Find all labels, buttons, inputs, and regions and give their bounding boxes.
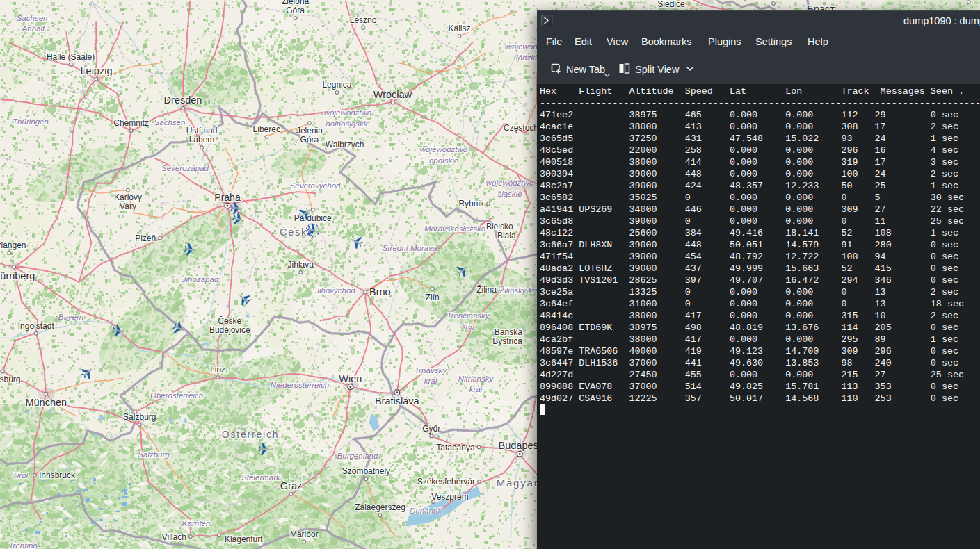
svg-text:Bielsko-: Bielsko- (486, 222, 516, 231)
svg-text:Leipzig: Leipzig (81, 65, 113, 76)
svg-text:Wien: Wien (339, 373, 362, 384)
svg-text:Szombathely: Szombathely (342, 466, 390, 476)
svg-text:Halle (Saale): Halle (Saale) (47, 52, 95, 62)
svg-text:dolnośląskie: dolnośląskie (326, 120, 369, 128)
svg-text:Wałbrzych: Wałbrzych (326, 140, 364, 149)
svg-text:Thüringen: Thüringen (13, 117, 49, 126)
svg-text:Győr: Győr (422, 424, 440, 434)
svg-text:Dunántúl: Dunántúl (410, 507, 442, 515)
svg-text:Oberösterreich: Oberösterreich (150, 391, 203, 400)
svg-text:Anhalt: Anhalt (22, 24, 45, 33)
svg-text:Trnavský: Trnavský (415, 366, 447, 375)
svg-text:Budapest: Budapest (499, 440, 541, 451)
svg-text:Trentino-: Trentino- (8, 541, 40, 549)
svg-text:Chemnitz: Chemnitz (113, 118, 149, 128)
svg-text:Nürnberg: Nürnberg (0, 270, 35, 281)
svg-text:Leszno: Leszno (350, 15, 377, 25)
svg-text:Bayern: Bayern (58, 313, 83, 321)
svg-text:kraj: kraj (462, 322, 475, 330)
svg-text:Labem: Labem (189, 135, 215, 145)
svg-text:Siedlce: Siedlce (657, 0, 685, 9)
svg-text:Vary: Vary (120, 202, 136, 211)
svg-text:Žilinský kra: Žilinský kra (499, 286, 540, 295)
svg-text:Žilina: Žilina (476, 284, 497, 295)
svg-text:śląskie: śląskie (497, 190, 522, 198)
svg-text:Moravskoslezsko: Moravskoslezsko (424, 224, 486, 233)
svg-text:Severozápad: Severozápad (161, 164, 209, 172)
svg-text:Tirol: Tirol (13, 471, 29, 480)
svg-text:Bratislava: Bratislava (375, 395, 420, 407)
svg-text:Zlín: Zlín (426, 293, 440, 302)
svg-text:Brno: Brno (369, 286, 391, 297)
svg-text:Ingolstadt: Ingolstadt (18, 321, 55, 331)
svg-text:Jihovýchod: Jihovýchod (314, 286, 355, 295)
svg-text:Jihlava: Jihlava (288, 260, 314, 270)
svg-text:Góra: Góra (286, 6, 305, 15)
svg-text:województwo: województwo (324, 108, 372, 117)
svg-text:Biała: Biała (497, 231, 516, 240)
svg-text:Plzeň: Plzeň (135, 233, 156, 243)
svg-text:Maribor: Maribor (290, 530, 319, 539)
svg-text:Banská: Banská (495, 327, 522, 337)
svg-text:Rybnik: Rybnik (458, 199, 485, 208)
svg-text:Veszprém: Veszprém (431, 492, 468, 502)
svg-text:Wrocław: Wrocław (373, 89, 412, 100)
svg-text:Sachsen-: Sachsen- (17, 14, 51, 22)
svg-text:Sachsen: Sachsen (154, 118, 186, 126)
svg-text:Střední Morava: Střední Morava (383, 244, 437, 252)
svg-text:opolskie: opolskie (429, 156, 458, 165)
svg-text:województwo: województwo (420, 145, 468, 154)
svg-text:Karlovy: Karlovy (114, 192, 142, 202)
svg-text:Jihozápad: Jihozápad (182, 275, 219, 284)
svg-text:München: München (25, 397, 67, 408)
svg-text:Nitriansky: Nitriansky (458, 375, 495, 383)
svg-text:Trenčiansky: Trenčiansky (447, 311, 490, 320)
svg-text:Augsburg: Augsburg (0, 375, 20, 384)
svg-text:Praha: Praha (214, 192, 241, 203)
svg-text:kraj: kraj (424, 377, 437, 385)
svg-text:Zalaegerszeg: Zalaegerszeg (355, 502, 405, 512)
svg-text:Österreich: Österreich (222, 428, 280, 440)
svg-text:Innsbruck: Innsbruck (39, 470, 76, 480)
svg-text:Villach: Villach (162, 532, 186, 542)
svg-text:Kärnten: Kärnten (182, 519, 210, 527)
svg-text:kraj: kraj (469, 385, 483, 393)
svg-text:województwo: województwo (486, 179, 534, 187)
svg-text:Niederösterreich: Niederösterreich (271, 381, 329, 389)
svg-text:Erlangen: Erlangen (0, 240, 26, 250)
svg-text:Steiermark: Steiermark (241, 473, 281, 482)
svg-text:Salzburg: Salzburg (138, 450, 170, 459)
svg-text:Salzburg: Salzburg (123, 412, 156, 422)
svg-text:Graz: Graz (280, 480, 302, 491)
svg-text:České: České (218, 316, 241, 326)
svg-text:Tatabánya: Tatabánya (436, 443, 475, 452)
svg-text:Legnica: Legnica (322, 80, 351, 90)
svg-text:Góra: Góra (300, 135, 319, 145)
svg-text:Burgenland: Burgenland (337, 452, 378, 460)
svg-text:Székesfehérvár: Székesfehérvár (417, 477, 475, 486)
svg-text:Kalisz: Kalisz (448, 24, 470, 33)
svg-text:Severovýchod: Severovýchod (290, 181, 341, 190)
svg-text:Dresden: Dresden (164, 95, 202, 106)
svg-text:Ústí nad: Ústí nad (186, 125, 218, 136)
svg-text:Linz: Linz (210, 365, 225, 375)
svg-text:Klagenfurt: Klagenfurt (225, 534, 263, 544)
svg-text:Budějovice: Budějovice (209, 325, 250, 335)
svg-text:Bystrica: Bystrica (492, 336, 522, 346)
svg-text:Jelenia: Jelenia (296, 126, 323, 136)
svg-text:Liberec: Liberec (253, 124, 280, 134)
